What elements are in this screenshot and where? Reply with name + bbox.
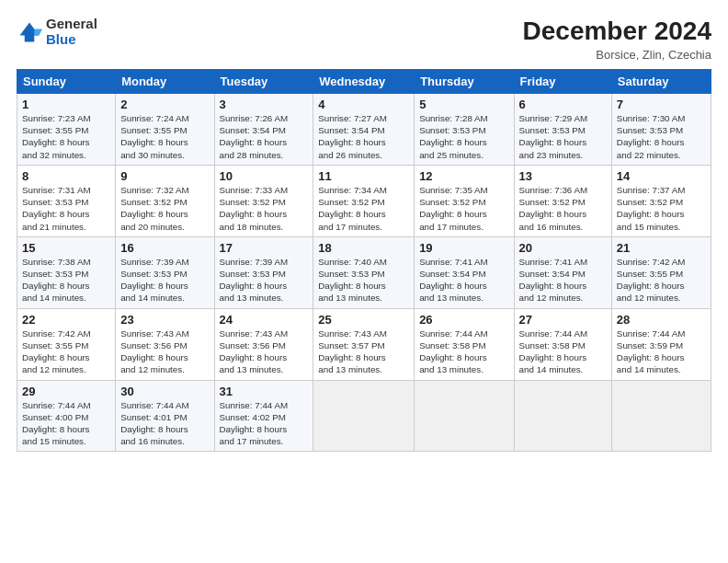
day-number: 18 <box>318 241 409 255</box>
day-info: Sunrise: 7:27 AMSunset: 3:54 PMDaylight:… <box>318 112 409 161</box>
day-info: Sunrise: 7:40 AMSunset: 3:53 PMDaylight:… <box>318 256 409 304</box>
logo-icon <box>17 19 42 45</box>
day-info: Sunrise: 7:36 AMSunset: 3:52 PMDaylight:… <box>519 184 607 233</box>
header: General Blue December 2024 Borsice, Zlin… <box>17 17 711 62</box>
calendar-header-thursday: Thursday <box>415 70 514 94</box>
calendar-cell: 7Sunrise: 7:30 AMSunset: 3:53 PMDaylight… <box>611 94 711 166</box>
calendar-cell: 26Sunrise: 7:44 AMSunset: 3:58 PMDayligh… <box>415 308 514 380</box>
day-info: Sunrise: 7:28 AMSunset: 3:53 PMDaylight:… <box>419 112 508 161</box>
calendar-week-row: 29Sunrise: 7:44 AMSunset: 4:00 PMDayligh… <box>17 380 711 452</box>
calendar-table: SundayMondayTuesdayWednesdayThursdayFrid… <box>17 69 711 452</box>
calendar-week-row: 15Sunrise: 7:38 AMSunset: 3:53 PMDayligh… <box>17 236 711 308</box>
day-info: Sunrise: 7:44 AMSunset: 4:02 PMDaylight:… <box>220 399 309 448</box>
day-info: Sunrise: 7:41 AMSunset: 3:54 PMDaylight:… <box>419 256 508 304</box>
day-info: Sunrise: 7:39 AMSunset: 3:53 PMDaylight:… <box>120 256 209 304</box>
day-number: 30 <box>120 385 209 398</box>
month-title: December 2024 <box>523 17 711 46</box>
day-info: Sunrise: 7:23 AMSunset: 3:55 PMDaylight:… <box>22 112 110 161</box>
day-number: 1 <box>22 98 110 111</box>
calendar-cell: 11Sunrise: 7:34 AMSunset: 3:52 PMDayligh… <box>313 165 415 236</box>
day-info: Sunrise: 7:30 AMSunset: 3:53 PMDaylight:… <box>617 112 706 161</box>
calendar-cell: 12Sunrise: 7:35 AMSunset: 3:52 PMDayligh… <box>415 165 514 236</box>
logo-text: General Blue <box>46 17 97 47</box>
calendar-cell: 24Sunrise: 7:43 AMSunset: 3:56 PMDayligh… <box>214 308 313 380</box>
day-info: Sunrise: 7:42 AMSunset: 3:55 PMDaylight:… <box>617 256 706 304</box>
day-number: 13 <box>519 169 607 183</box>
day-info: Sunrise: 7:44 AMSunset: 4:01 PMDaylight:… <box>120 399 209 448</box>
day-number: 19 <box>419 241 508 255</box>
calendar-cell: 16Sunrise: 7:39 AMSunset: 3:53 PMDayligh… <box>116 236 214 308</box>
calendar-cell: 28Sunrise: 7:44 AMSunset: 3:59 PMDayligh… <box>611 308 711 380</box>
day-number: 2 <box>120 98 209 111</box>
calendar-cell: 23Sunrise: 7:43 AMSunset: 3:56 PMDayligh… <box>116 308 214 380</box>
calendar-header-wednesday: Wednesday <box>313 70 415 94</box>
calendar-week-row: 22Sunrise: 7:42 AMSunset: 3:55 PMDayligh… <box>17 308 711 380</box>
calendar-cell: 20Sunrise: 7:41 AMSunset: 3:54 PMDayligh… <box>514 236 611 308</box>
calendar-cell: 19Sunrise: 7:41 AMSunset: 3:54 PMDayligh… <box>415 236 514 308</box>
day-info: Sunrise: 7:37 AMSunset: 3:52 PMDaylight:… <box>617 184 706 233</box>
day-number: 23 <box>120 313 209 327</box>
day-number: 3 <box>220 98 309 111</box>
logo-blue: Blue <box>46 32 97 48</box>
day-info: Sunrise: 7:44 AMSunset: 4:00 PMDaylight:… <box>22 399 110 448</box>
day-info: Sunrise: 7:43 AMSunset: 3:56 PMDaylight:… <box>120 327 209 376</box>
day-info: Sunrise: 7:31 AMSunset: 3:53 PMDaylight:… <box>22 184 110 233</box>
calendar-header-saturday: Saturday <box>611 70 711 94</box>
day-info: Sunrise: 7:35 AMSunset: 3:52 PMDaylight:… <box>419 184 508 233</box>
calendar-cell <box>611 380 711 452</box>
day-number: 14 <box>617 169 706 183</box>
day-number: 11 <box>318 169 409 183</box>
day-info: Sunrise: 7:33 AMSunset: 3:52 PMDaylight:… <box>220 184 309 233</box>
page: General Blue December 2024 Borsice, Zlin… <box>0 0 728 563</box>
day-number: 10 <box>220 169 309 183</box>
day-number: 6 <box>519 98 607 111</box>
calendar-cell: 1Sunrise: 7:23 AMSunset: 3:55 PMDaylight… <box>17 94 116 166</box>
day-number: 15 <box>22 241 110 255</box>
location: Borsice, Zlin, Czechia <box>523 48 711 62</box>
calendar-cell: 18Sunrise: 7:40 AMSunset: 3:53 PMDayligh… <box>313 236 415 308</box>
day-number: 20 <box>519 241 607 255</box>
calendar-cell: 4Sunrise: 7:27 AMSunset: 3:54 PMDaylight… <box>313 94 415 166</box>
title-block: December 2024 Borsice, Zlin, Czechia <box>523 17 711 62</box>
day-number: 17 <box>220 241 309 255</box>
day-number: 27 <box>519 313 607 327</box>
day-info: Sunrise: 7:34 AMSunset: 3:52 PMDaylight:… <box>318 184 409 233</box>
calendar-cell: 22Sunrise: 7:42 AMSunset: 3:55 PMDayligh… <box>17 308 116 380</box>
day-number: 4 <box>318 98 409 111</box>
calendar-cell: 5Sunrise: 7:28 AMSunset: 3:53 PMDaylight… <box>415 94 514 166</box>
day-number: 9 <box>120 169 209 183</box>
day-number: 5 <box>419 98 508 111</box>
calendar-cell: 2Sunrise: 7:24 AMSunset: 3:55 PMDaylight… <box>116 94 214 166</box>
day-number: 21 <box>617 241 706 255</box>
calendar-cell: 6Sunrise: 7:29 AMSunset: 3:53 PMDaylight… <box>514 94 611 166</box>
day-info: Sunrise: 7:44 AMSunset: 3:59 PMDaylight:… <box>617 327 706 376</box>
day-info: Sunrise: 7:29 AMSunset: 3:53 PMDaylight:… <box>519 112 607 161</box>
calendar-header-sunday: Sunday <box>17 70 116 94</box>
day-info: Sunrise: 7:24 AMSunset: 3:55 PMDaylight:… <box>120 112 209 161</box>
calendar-cell: 29Sunrise: 7:44 AMSunset: 4:00 PMDayligh… <box>17 380 116 452</box>
calendar-cell <box>313 380 415 452</box>
calendar-cell: 30Sunrise: 7:44 AMSunset: 4:01 PMDayligh… <box>116 380 214 452</box>
calendar-cell: 10Sunrise: 7:33 AMSunset: 3:52 PMDayligh… <box>214 165 313 236</box>
calendar-header-friday: Friday <box>514 70 611 94</box>
day-number: 28 <box>617 313 706 327</box>
calendar-cell: 31Sunrise: 7:44 AMSunset: 4:02 PMDayligh… <box>214 380 313 452</box>
calendar-cell: 27Sunrise: 7:44 AMSunset: 3:58 PMDayligh… <box>514 308 611 380</box>
calendar-week-row: 8Sunrise: 7:31 AMSunset: 3:53 PMDaylight… <box>17 165 711 236</box>
day-number: 12 <box>419 169 508 183</box>
day-info: Sunrise: 7:39 AMSunset: 3:53 PMDaylight:… <box>220 256 309 304</box>
day-number: 22 <box>22 313 110 327</box>
calendar-cell: 14Sunrise: 7:37 AMSunset: 3:52 PMDayligh… <box>611 165 711 236</box>
day-number: 24 <box>220 313 309 327</box>
logo-general: General <box>46 17 97 32</box>
day-info: Sunrise: 7:41 AMSunset: 3:54 PMDaylight:… <box>519 256 607 304</box>
calendar-cell: 17Sunrise: 7:39 AMSunset: 3:53 PMDayligh… <box>214 236 313 308</box>
day-info: Sunrise: 7:44 AMSunset: 3:58 PMDaylight:… <box>519 327 607 376</box>
day-number: 16 <box>120 241 209 255</box>
calendar-cell: 9Sunrise: 7:32 AMSunset: 3:52 PMDaylight… <box>116 165 214 236</box>
calendar-header-tuesday: Tuesday <box>214 70 313 94</box>
calendar-cell: 3Sunrise: 7:26 AMSunset: 3:54 PMDaylight… <box>214 94 313 166</box>
day-number: 25 <box>318 313 409 327</box>
day-number: 7 <box>617 98 706 111</box>
calendar-cell: 8Sunrise: 7:31 AMSunset: 3:53 PMDaylight… <box>17 165 116 236</box>
